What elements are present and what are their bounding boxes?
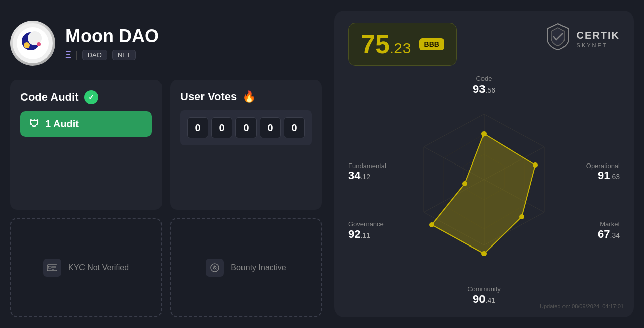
radar-labels: Code 93.56 Operational 91.63 Market 67.3… (348, 74, 620, 305)
svg-point-5 (37, 42, 41, 46)
left-panel: Moon DAO Ξ DAO NFT Code Audit ✓ 🛡 1 (10, 11, 322, 317)
radar-label-governance: Governance 92.11 (348, 220, 384, 240)
audit-icon: 🛡 (29, 118, 39, 130)
eth-icon: Ξ (65, 50, 71, 60)
code-audit-title: Code Audit ✓ (20, 90, 152, 104)
right-panel: 75.23 BBB CERTIK SKYNET (334, 11, 634, 317)
certik-shield-icon (545, 23, 571, 55)
svg-point-4 (24, 42, 30, 48)
radar-label-market: Market 67.34 (598, 220, 620, 240)
tag-nft[interactable]: NFT (112, 50, 136, 60)
score-grade: BBB (419, 38, 444, 50)
radar-container: Code 93.56 Operational 91.63 Market 67.3… (348, 74, 620, 305)
kyc-icon (43, 259, 61, 277)
user-votes-card: User Votes 🔥 0 0 0 0 0 (170, 80, 322, 210)
project-header: Moon DAO Ξ DAO NFT (10, 11, 322, 80)
bounty-card[interactable]: Bounty Inactive (170, 218, 322, 317)
divider (76, 51, 77, 60)
check-icon: ✓ (84, 90, 98, 104)
right-header: 75.23 BBB CERTIK SKYNET (348, 23, 620, 66)
vote-digit-0: 0 (187, 117, 208, 138)
vote-digit-3: 0 (260, 117, 281, 138)
radar-label-fundamental: Fundamental 34.12 (348, 162, 386, 182)
fire-icon: 🔥 (242, 90, 256, 103)
updated-timestamp: Updated on: 08/09/2024, 04:17:01 (540, 303, 624, 309)
svg-rect-7 (48, 266, 51, 268)
score-box: 75.23 BBB (348, 23, 457, 66)
radar-label-community: Community 90.41 (467, 285, 501, 305)
certik-text: CERTIK SKYNET (577, 30, 620, 48)
code-audit-card: Code Audit ✓ 🛡 1 Audit (10, 80, 162, 210)
vote-display: 0 0 0 0 0 (180, 110, 312, 145)
vote-digit-4: 0 (284, 117, 305, 138)
bounty-label: Bounty Inactive (231, 263, 286, 272)
audit-badge[interactable]: 🛡 1 Audit (20, 111, 152, 137)
score-value: 75.23 (361, 31, 411, 57)
vote-digit-1: 0 (211, 117, 232, 138)
certik-logo: CERTIK SKYNET (545, 23, 620, 55)
cards-grid: Code Audit ✓ 🛡 1 Audit User Votes 🔥 0 0 … (10, 80, 322, 317)
vote-digit-2: 0 (235, 117, 257, 138)
kyc-label: KYC Not Verified (68, 263, 129, 272)
kyc-card[interactable]: KYC Not Verified (10, 218, 162, 317)
project-name: Moon DAO (65, 26, 159, 46)
user-votes-title: User Votes 🔥 (180, 90, 312, 103)
project-meta: Ξ DAO NFT (65, 50, 159, 60)
project-info: Moon DAO Ξ DAO NFT (65, 26, 159, 61)
radar-label-operational: Operational 91.63 (586, 162, 620, 182)
tag-dao[interactable]: DAO (82, 50, 107, 60)
bounty-icon (206, 259, 224, 277)
project-logo (10, 21, 55, 66)
radar-label-code: Code 93.56 (473, 75, 495, 95)
